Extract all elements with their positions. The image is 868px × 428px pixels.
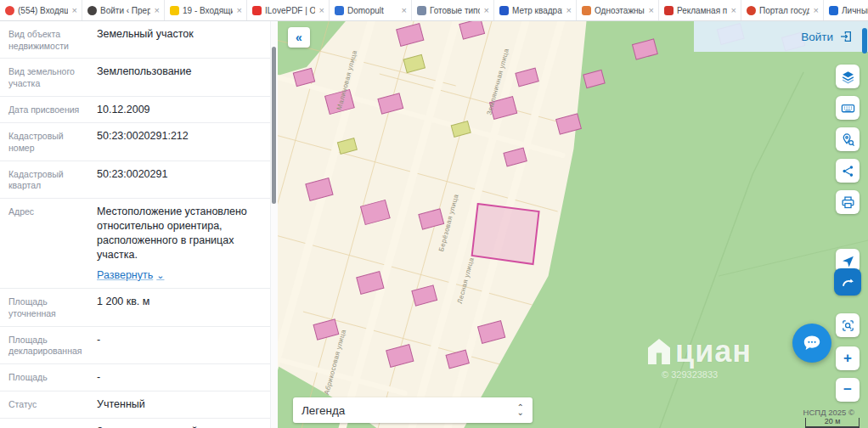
close-icon[interactable]: × [236, 6, 243, 15]
field-value-address: Местоположение установлено относительно … [97, 205, 262, 282]
login-label: Войти [801, 31, 833, 43]
tab-title: Войти ‹ Прерий.р [100, 6, 150, 15]
tab-title: Рекламная подпи [677, 6, 727, 15]
legend-label: Легенда [302, 404, 345, 417]
browser-tab[interactable]: Domopult × [330, 0, 412, 20]
cadastral-basemap: Малиновая улица Земляничная улица Берёзо… [278, 21, 868, 428]
tab-title: Метр квадратный [512, 6, 562, 15]
tab-title: Портал государс [759, 6, 809, 15]
close-icon[interactable]: × [401, 6, 408, 15]
layers-button[interactable] [836, 65, 860, 88]
scale-bar: 20 м [805, 418, 860, 428]
zoom-in-button[interactable]: + [836, 346, 860, 370]
support-chat-button[interactable] [792, 324, 831, 363]
panel-scrollbar[interactable] [270, 21, 278, 428]
collapse-icon: « [296, 31, 302, 44]
panel-scrollbar-thumb[interactable] [272, 47, 276, 204]
map-copyright: НСПД 2025 © [803, 408, 854, 417]
close-icon[interactable]: × [730, 6, 737, 15]
plus-icon: + [843, 350, 852, 367]
field-row: Кадастровый номер 50:23:0020291:212 [0, 123, 270, 160]
field-label: Вид объекта недвижимости [8, 27, 88, 52]
field-row: Площадь - [0, 364, 270, 391]
browser-tab[interactable]: (554) Входящие × [0, 0, 82, 20]
browser-scrollbar[interactable] [861, 20, 868, 428]
zoom-area-icon [841, 318, 855, 333]
browser-tab[interactable]: Войти ‹ Прерий.р × [82, 0, 165, 20]
close-icon[interactable]: × [318, 6, 325, 15]
print-icon [841, 195, 855, 210]
browser-tab[interactable]: Готовые типовые × [412, 0, 494, 20]
close-icon[interactable]: × [648, 6, 655, 15]
legend-dropdown[interactable]: Легенда ⌃ ⌄ [293, 397, 533, 423]
field-value: 1 200 кв. м [97, 295, 149, 319]
field-row: Дата присвоения 10.12.2009 [0, 97, 270, 124]
close-icon[interactable]: × [154, 6, 161, 15]
keyboard-icon [841, 101, 855, 115]
selected-parcel-highlight[interactable] [472, 204, 539, 264]
share-button[interactable] [836, 159, 860, 183]
field-value: - [97, 370, 100, 385]
close-icon[interactable]: × [566, 6, 572, 15]
chevron-down-icon: ⌄ [156, 269, 164, 282]
print-button[interactable] [836, 190, 860, 214]
field-value: 50:23:0020291 [97, 167, 167, 192]
browser-tab[interactable]: Рекламная подпи × [659, 0, 741, 20]
location-arrow-icon [841, 254, 855, 268]
browser-tab[interactable]: ILovePDF | Онлай × [247, 0, 330, 20]
object-search-icon [841, 132, 855, 147]
zoom-area-button[interactable] [836, 313, 860, 337]
field-row: Площадь декларированная - [0, 327, 270, 364]
browser-tab[interactable]: Портал государс × [741, 0, 824, 20]
tab-favicon-app-icon [335, 6, 344, 15]
field-value: 10.12.2009 [97, 103, 150, 117]
field-row: Кадастровый квартал 50:23:0020291 [0, 161, 270, 199]
close-icon[interactable]: × [813, 6, 820, 15]
login-button[interactable]: Войти [801, 30, 853, 43]
field-label: Площадь [8, 370, 88, 385]
field-label: Площадь уточненная [8, 295, 88, 319]
tab-favicon-wordpress-icon [87, 6, 97, 15]
tab-favicon-house-icon [582, 6, 591, 15]
tab-title: Одноэтажный Д [595, 6, 645, 15]
chevron-updown-icon: ⌃ ⌄ [517, 405, 524, 415]
field-label: Вид земельного участка [8, 65, 88, 89]
browser-tab[interactable]: Метр квадратный × [494, 0, 577, 20]
field-row: Вид земельного участка Землепользование [0, 59, 270, 96]
object-search-button[interactable] [836, 127, 860, 151]
tab-title: 19 - Входящие — [183, 6, 233, 15]
field-value-status: Учтенный [97, 397, 145, 412]
field-label: Адрес [8, 205, 88, 282]
browser-tab-strip: (554) Входящие × Войти ‹ Прерий.р × 19 -… [0, 0, 868, 21]
close-icon[interactable]: × [483, 6, 490, 15]
tab-favicon-app-icon [664, 6, 674, 15]
field-value: - [97, 333, 100, 358]
field-label: Статус [8, 397, 88, 412]
map-area[interactable]: Малиновая улица Земляничная улица Берёзо… [278, 21, 868, 428]
layers-icon [841, 70, 855, 84]
browser-tab[interactable]: Одноэтажный Д × [577, 0, 659, 20]
field-row: Статус Учтенный [0, 391, 270, 419]
tab-favicon-app-icon [499, 6, 509, 15]
browser-tab[interactable]: Личный каб × [824, 0, 868, 20]
keyboard-button[interactable] [836, 96, 860, 120]
expand-address-link[interactable]: Развернуть ⌄ [97, 268, 164, 283]
field-label: Категория земель [8, 425, 88, 428]
zoom-out-button[interactable]: − [836, 378, 860, 402]
draw-feedback-button[interactable] [834, 268, 861, 296]
browser-tab[interactable]: 19 - Входящие — × [165, 0, 247, 20]
tab-favicon-app-icon [747, 6, 756, 15]
minus-icon: − [843, 381, 852, 398]
field-value: Земельный участок [97, 27, 194, 52]
parcel-info-panel: Вид объекта недвижимости Земельный участ… [0, 21, 270, 428]
address-text: Местоположение установлено относительно … [97, 206, 247, 261]
field-row-address: Адрес Местоположение установлено относит… [0, 199, 270, 289]
collapse-panel-button[interactable]: « [288, 27, 310, 48]
browser-scrollbar-thumb[interactable] [862, 28, 867, 54]
login-icon [839, 30, 853, 43]
field-row: Вид объекта недвижимости Земельный участ… [0, 21, 270, 59]
chat-bubble-icon [802, 333, 822, 353]
tab-favicon-heart-icon [252, 6, 262, 15]
field-row: Категория земель Земли сельскохозяйствен… [0, 419, 270, 428]
close-icon[interactable]: × [71, 6, 78, 15]
